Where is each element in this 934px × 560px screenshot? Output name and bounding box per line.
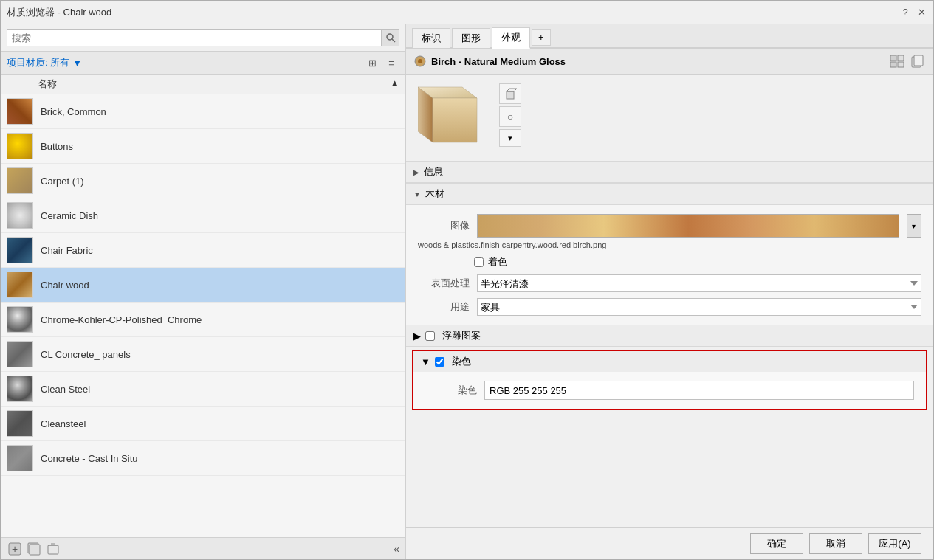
- main-window: 材质浏览器 - Chair wood ? ✕ 项目材质: [0, 0, 934, 560]
- dye-section-header[interactable]: ▼ 染色: [413, 351, 926, 372]
- list-item[interactable]: Buttons: [1, 129, 405, 164]
- texture-dropdown[interactable]: ▾: [907, 214, 921, 238]
- list-item-selected[interactable]: Chair wood: [1, 268, 405, 303]
- help-button[interactable]: ?: [899, 7, 911, 18]
- svg-line-1: [392, 39, 395, 42]
- material-header: Birch - Natural Medium Gloss: [406, 49, 933, 75]
- dropdown-shape-button[interactable]: ▾: [499, 129, 521, 147]
- svg-point-10: [418, 59, 422, 63]
- dye-value-input[interactable]: [484, 381, 914, 400]
- dye-label: 染色: [425, 384, 477, 397]
- replace-icon: [890, 55, 904, 68]
- material-name: Brick, Common: [41, 106, 106, 117]
- bump-section-label: 浮雕图案: [442, 329, 481, 342]
- material-thumbnail: [7, 410, 33, 437]
- image-row: 图像 ▾: [406, 211, 933, 241]
- bump-triangle: ▶: [413, 331, 421, 342]
- grid-view-button[interactable]: ⊞: [364, 55, 380, 71]
- material-name: CL Concrete_ panels: [41, 349, 131, 360]
- replace-asset-button[interactable]: [889, 53, 905, 69]
- cancel-button[interactable]: 取消: [809, 533, 862, 554]
- list-item[interactable]: Chrome-Kohler-CP-Polished_Chrome: [1, 303, 405, 337]
- info-section-label: 信息: [424, 165, 443, 179]
- sort-icon[interactable]: ▲: [390, 77, 399, 89]
- search-button[interactable]: [382, 29, 399, 46]
- add-material-button[interactable]: +: [7, 541, 23, 557]
- list-header: 名称 ▲: [1, 75, 405, 94]
- wood-section-label: 木材: [425, 187, 444, 201]
- material-thumbnail: [7, 272, 33, 298]
- surface-label: 表面处理: [418, 277, 470, 290]
- apply-button[interactable]: 应用(A): [868, 533, 921, 554]
- material-thumbnail: [7, 133, 33, 159]
- purge-button[interactable]: [45, 541, 61, 557]
- project-label[interactable]: 项目材质: 所有 ▼: [7, 56, 82, 69]
- list-item[interactable]: Ceramic Dish: [1, 198, 405, 233]
- dye-triangle: ▼: [421, 356, 430, 367]
- dye-section-wrapper: ▼ 染色 染色: [412, 350, 927, 410]
- texture-filename: woods & plastics.finish carpentry.wood.r…: [406, 241, 933, 252]
- use-select[interactable]: 家具地板墙面天花板: [477, 298, 921, 316]
- duplicate-asset-button[interactable]: [910, 53, 926, 69]
- window-title: 材质浏览器 - Chair wood: [7, 6, 111, 19]
- info-section-header[interactable]: ▶ 信息: [406, 161, 933, 183]
- material-thumbnail: [7, 202, 33, 229]
- cube-shape-option[interactable]: [499, 83, 521, 104]
- material-header-actions: [889, 53, 926, 69]
- list-item[interactable]: Chair Fabric: [1, 233, 405, 268]
- svg-rect-14: [898, 62, 904, 67]
- bump-checkbox[interactable]: [425, 331, 435, 341]
- list-item[interactable]: Cleansteel: [1, 407, 405, 441]
- list-view-button[interactable]: ≡: [383, 55, 399, 71]
- surface-select[interactable]: 半光泽清漆无光泽清漆哑光清漆: [477, 274, 921, 292]
- collapse-panel-button[interactable]: «: [394, 543, 399, 555]
- list-item[interactable]: Concrete - Cast In Situ: [1, 441, 405, 476]
- color-checkbox[interactable]: [474, 257, 484, 267]
- dropdown-icon: ▼: [72, 58, 82, 69]
- material-name: Concrete - Cast In Situ: [41, 453, 138, 464]
- material-header-icon: [413, 55, 427, 68]
- list-item[interactable]: Clean Steel: [1, 372, 405, 407]
- title-bar: 材质浏览器 - Chair wood ? ✕: [1, 1, 933, 24]
- bottom-bar: 确定 取消 应用(A): [406, 527, 933, 559]
- svg-rect-12: [898, 55, 904, 61]
- left-bottom-bar: +: [1, 537, 405, 559]
- material-name: Cleansteel: [41, 418, 86, 429]
- texture-preview[interactable]: [477, 214, 899, 238]
- list-item[interactable]: Brick, Common: [1, 94, 405, 129]
- use-row: 用途 家具地板墙面天花板: [406, 295, 933, 319]
- properties-area: ○ ▾ ▶ 信息 ▼ 木材 图像: [406, 75, 933, 527]
- sphere-shape-option[interactable]: ○: [499, 106, 521, 127]
- dye-checkbox[interactable]: [435, 357, 444, 367]
- dye-section-label: 染色: [452, 355, 471, 368]
- svg-rect-20: [507, 91, 514, 99]
- collapse-triangle: ▶: [413, 168, 419, 176]
- image-label: 图像: [418, 219, 470, 232]
- duplicate-button[interactable]: [26, 541, 42, 557]
- svg-rect-6: [48, 545, 58, 554]
- tab-graphics[interactable]: 图形: [452, 28, 490, 49]
- tab-identity[interactable]: 标识: [412, 28, 450, 49]
- color-checkbox-label: 着色: [488, 255, 507, 269]
- list-item[interactable]: Carpet (1): [1, 164, 405, 198]
- svg-marker-21: [507, 89, 517, 91]
- tab-add-button[interactable]: +: [532, 29, 551, 46]
- search-input[interactable]: [7, 29, 382, 46]
- close-button[interactable]: ✕: [916, 7, 927, 18]
- material-header-name: Birch - Natural Medium Gloss: [431, 56, 566, 67]
- material-thumbnail: [7, 445, 33, 471]
- tab-appearance[interactable]: 外观: [492, 27, 530, 49]
- wood-section-header[interactable]: ▼ 木材: [406, 183, 933, 205]
- svg-marker-19: [433, 98, 477, 142]
- material-name: Chair Fabric: [41, 245, 93, 256]
- material-thumbnail: [7, 376, 33, 402]
- bump-section-header[interactable]: ▶ 浮雕图案: [406, 325, 933, 347]
- material-thumbnail: [7, 341, 33, 367]
- material-list[interactable]: Brick, Common Buttons Carpet (1) Ceramic…: [1, 94, 405, 537]
- search-bar: [1, 24, 405, 52]
- svg-rect-11: [890, 55, 896, 61]
- svg-rect-16: [914, 55, 923, 66]
- ok-button[interactable]: 确定: [750, 533, 803, 554]
- material-header-info: Birch - Natural Medium Gloss: [413, 55, 566, 68]
- list-item[interactable]: CL Concrete_ panels: [1, 337, 405, 372]
